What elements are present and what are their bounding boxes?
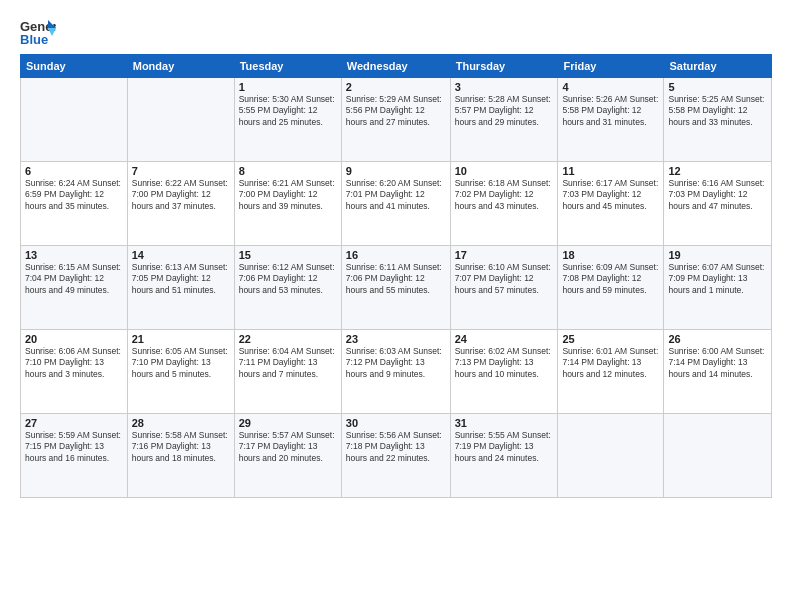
day-info: Sunrise: 6:06 AM Sunset: 7:10 PM Dayligh… [25, 346, 123, 380]
calendar-cell: 22Sunrise: 6:04 AM Sunset: 7:11 PM Dayli… [234, 330, 341, 414]
day-number: 31 [455, 417, 554, 429]
day-info: Sunrise: 6:11 AM Sunset: 7:06 PM Dayligh… [346, 262, 446, 296]
calendar-cell: 9Sunrise: 6:20 AM Sunset: 7:01 PM Daylig… [341, 162, 450, 246]
calendar-table: SundayMondayTuesdayWednesdayThursdayFrid… [20, 54, 772, 498]
day-info: Sunrise: 5:56 AM Sunset: 7:18 PM Dayligh… [346, 430, 446, 464]
weekday-header-row: SundayMondayTuesdayWednesdayThursdayFrid… [21, 55, 772, 78]
calendar-cell: 25Sunrise: 6:01 AM Sunset: 7:14 PM Dayli… [558, 330, 664, 414]
day-number: 6 [25, 165, 123, 177]
day-info: Sunrise: 6:20 AM Sunset: 7:01 PM Dayligh… [346, 178, 446, 212]
calendar-cell: 17Sunrise: 6:10 AM Sunset: 7:07 PM Dayli… [450, 246, 558, 330]
logo-icon: General Blue [20, 18, 56, 46]
day-number: 2 [346, 81, 446, 93]
weekday-header-saturday: Saturday [664, 55, 772, 78]
calendar-cell: 5Sunrise: 5:25 AM Sunset: 5:58 PM Daylig… [664, 78, 772, 162]
calendar-cell: 26Sunrise: 6:00 AM Sunset: 7:14 PM Dayli… [664, 330, 772, 414]
day-info: Sunrise: 6:09 AM Sunset: 7:08 PM Dayligh… [562, 262, 659, 296]
calendar-cell: 6Sunrise: 6:24 AM Sunset: 6:59 PM Daylig… [21, 162, 128, 246]
calendar-cell: 4Sunrise: 5:26 AM Sunset: 5:58 PM Daylig… [558, 78, 664, 162]
day-info: Sunrise: 6:04 AM Sunset: 7:11 PM Dayligh… [239, 346, 337, 380]
calendar-body: 1Sunrise: 5:30 AM Sunset: 5:55 PM Daylig… [21, 78, 772, 498]
calendar-cell: 2Sunrise: 5:29 AM Sunset: 5:56 PM Daylig… [341, 78, 450, 162]
day-number: 15 [239, 249, 337, 261]
calendar-cell: 21Sunrise: 6:05 AM Sunset: 7:10 PM Dayli… [127, 330, 234, 414]
day-info: Sunrise: 5:26 AM Sunset: 5:58 PM Dayligh… [562, 94, 659, 128]
day-info: Sunrise: 6:05 AM Sunset: 7:10 PM Dayligh… [132, 346, 230, 380]
weekday-header-monday: Monday [127, 55, 234, 78]
weekday-header-wednesday: Wednesday [341, 55, 450, 78]
day-info: Sunrise: 6:03 AM Sunset: 7:12 PM Dayligh… [346, 346, 446, 380]
svg-text:Blue: Blue [20, 32, 48, 46]
day-info: Sunrise: 5:57 AM Sunset: 7:17 PM Dayligh… [239, 430, 337, 464]
day-number: 18 [562, 249, 659, 261]
day-info: Sunrise: 6:00 AM Sunset: 7:14 PM Dayligh… [668, 346, 767, 380]
weekday-header-tuesday: Tuesday [234, 55, 341, 78]
day-number: 10 [455, 165, 554, 177]
day-number: 4 [562, 81, 659, 93]
day-number: 9 [346, 165, 446, 177]
day-number: 27 [25, 417, 123, 429]
day-info: Sunrise: 6:13 AM Sunset: 7:05 PM Dayligh… [132, 262, 230, 296]
calendar-cell: 19Sunrise: 6:07 AM Sunset: 7:09 PM Dayli… [664, 246, 772, 330]
day-number: 14 [132, 249, 230, 261]
calendar-cell: 10Sunrise: 6:18 AM Sunset: 7:02 PM Dayli… [450, 162, 558, 246]
day-number: 13 [25, 249, 123, 261]
day-number: 30 [346, 417, 446, 429]
day-number: 28 [132, 417, 230, 429]
weekday-header-friday: Friday [558, 55, 664, 78]
weekday-header-sunday: Sunday [21, 55, 128, 78]
calendar-cell: 3Sunrise: 5:28 AM Sunset: 5:57 PM Daylig… [450, 78, 558, 162]
calendar-cell [558, 414, 664, 498]
calendar-cell: 30Sunrise: 5:56 AM Sunset: 7:18 PM Dayli… [341, 414, 450, 498]
day-number: 8 [239, 165, 337, 177]
day-number: 5 [668, 81, 767, 93]
calendar-cell: 18Sunrise: 6:09 AM Sunset: 7:08 PM Dayli… [558, 246, 664, 330]
logo: General Blue [20, 18, 56, 46]
calendar-cell: 12Sunrise: 6:16 AM Sunset: 7:03 PM Dayli… [664, 162, 772, 246]
day-number: 1 [239, 81, 337, 93]
day-info: Sunrise: 5:29 AM Sunset: 5:56 PM Dayligh… [346, 94, 446, 128]
day-number: 16 [346, 249, 446, 261]
day-number: 20 [25, 333, 123, 345]
calendar-cell: 14Sunrise: 6:13 AM Sunset: 7:05 PM Dayli… [127, 246, 234, 330]
day-info: Sunrise: 6:12 AM Sunset: 7:06 PM Dayligh… [239, 262, 337, 296]
day-number: 19 [668, 249, 767, 261]
day-info: Sunrise: 5:25 AM Sunset: 5:58 PM Dayligh… [668, 94, 767, 128]
day-number: 17 [455, 249, 554, 261]
day-info: Sunrise: 6:16 AM Sunset: 7:03 PM Dayligh… [668, 178, 767, 212]
week-row-3: 13Sunrise: 6:15 AM Sunset: 7:04 PM Dayli… [21, 246, 772, 330]
calendar-cell: 27Sunrise: 5:59 AM Sunset: 7:15 PM Dayli… [21, 414, 128, 498]
calendar-cell: 13Sunrise: 6:15 AM Sunset: 7:04 PM Dayli… [21, 246, 128, 330]
day-number: 12 [668, 165, 767, 177]
day-number: 22 [239, 333, 337, 345]
day-info: Sunrise: 6:17 AM Sunset: 7:03 PM Dayligh… [562, 178, 659, 212]
day-info: Sunrise: 6:10 AM Sunset: 7:07 PM Dayligh… [455, 262, 554, 296]
day-info: Sunrise: 6:21 AM Sunset: 7:00 PM Dayligh… [239, 178, 337, 212]
calendar-cell: 7Sunrise: 6:22 AM Sunset: 7:00 PM Daylig… [127, 162, 234, 246]
day-number: 7 [132, 165, 230, 177]
calendar-cell: 11Sunrise: 6:17 AM Sunset: 7:03 PM Dayli… [558, 162, 664, 246]
day-info: Sunrise: 6:18 AM Sunset: 7:02 PM Dayligh… [455, 178, 554, 212]
day-info: Sunrise: 5:30 AM Sunset: 5:55 PM Dayligh… [239, 94, 337, 128]
day-number: 11 [562, 165, 659, 177]
calendar-header: SundayMondayTuesdayWednesdayThursdayFrid… [21, 55, 772, 78]
calendar-cell: 20Sunrise: 6:06 AM Sunset: 7:10 PM Dayli… [21, 330, 128, 414]
calendar-cell: 1Sunrise: 5:30 AM Sunset: 5:55 PM Daylig… [234, 78, 341, 162]
day-number: 26 [668, 333, 767, 345]
calendar-cell: 24Sunrise: 6:02 AM Sunset: 7:13 PM Dayli… [450, 330, 558, 414]
week-row-2: 6Sunrise: 6:24 AM Sunset: 6:59 PM Daylig… [21, 162, 772, 246]
day-number: 29 [239, 417, 337, 429]
calendar-cell: 15Sunrise: 6:12 AM Sunset: 7:06 PM Dayli… [234, 246, 341, 330]
page: General Blue SundayMondayTuesdayWednesda… [0, 0, 792, 612]
calendar-cell [664, 414, 772, 498]
day-info: Sunrise: 5:28 AM Sunset: 5:57 PM Dayligh… [455, 94, 554, 128]
day-info: Sunrise: 6:15 AM Sunset: 7:04 PM Dayligh… [25, 262, 123, 296]
calendar-cell: 23Sunrise: 6:03 AM Sunset: 7:12 PM Dayli… [341, 330, 450, 414]
day-info: Sunrise: 6:01 AM Sunset: 7:14 PM Dayligh… [562, 346, 659, 380]
day-number: 21 [132, 333, 230, 345]
calendar-cell: 29Sunrise: 5:57 AM Sunset: 7:17 PM Dayli… [234, 414, 341, 498]
day-number: 3 [455, 81, 554, 93]
week-row-5: 27Sunrise: 5:59 AM Sunset: 7:15 PM Dayli… [21, 414, 772, 498]
calendar-cell [127, 78, 234, 162]
day-info: Sunrise: 6:02 AM Sunset: 7:13 PM Dayligh… [455, 346, 554, 380]
